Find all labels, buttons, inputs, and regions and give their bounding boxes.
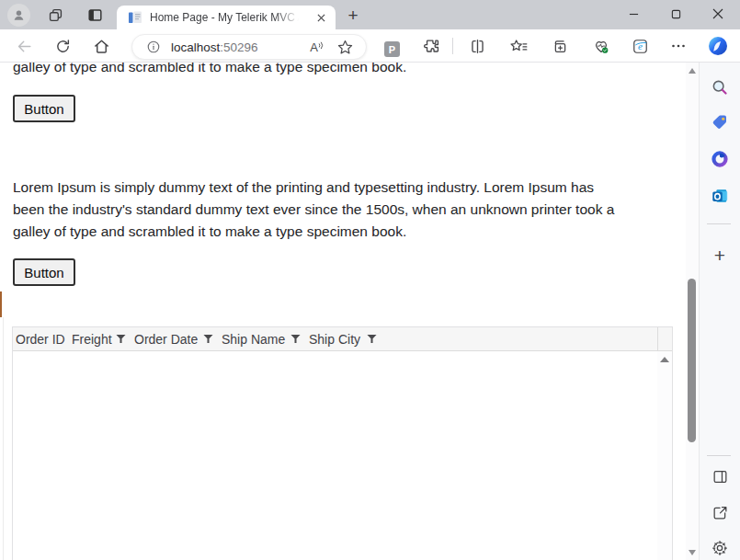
refresh-icon[interactable] [53,37,72,55]
container-left-border [3,317,4,560]
extension-badge-p[interactable]: P [384,41,400,57]
outlook-icon[interactable] [710,186,730,206]
window-minimize-button[interactable] [612,0,655,28]
column-header-order-id[interactable]: Order ID [13,327,69,350]
left-edge-marker [0,291,2,317]
tab-actions-icon[interactable] [85,6,104,24]
extensions-icon[interactable] [423,37,441,55]
window-maximize-button[interactable] [655,0,697,28]
paragraph-line: Lorem Ipsum is simply dummy text of the … [13,177,614,199]
favorites-icon[interactable] [509,37,528,55]
browser-essentials-icon[interactable] [592,37,610,55]
column-header-order-date[interactable]: Order Date [131,327,219,350]
scroll-up-icon[interactable] [689,68,696,74]
url-port: :50296 [220,40,257,54]
column-header-ship-name[interactable]: Ship Name [219,327,306,350]
sidebar-add-button[interactable]: + [710,246,730,266]
window-close-button[interactable] [697,0,739,28]
grid-vertical-scrollbar[interactable] [657,351,672,560]
person-icon [12,8,26,22]
new-tab-button[interactable]: + [342,5,364,27]
home-icon[interactable] [92,37,110,55]
scroll-down-icon[interactable] [689,550,696,555]
tab-strip: Home Page - My Telerik MVC Ap + [0,0,740,29]
filter-icon[interactable] [367,334,377,344]
edge-sidebar: + [699,63,740,560]
back-icon[interactable] [15,37,33,55]
site-info-icon[interactable] [146,40,161,54]
grid-header-scrollbar-spacer [657,327,672,350]
tab-close-icon[interactable] [313,9,329,26]
filter-icon[interactable] [116,334,126,344]
page-content: galley of type and scrambled it to make … [0,63,686,560]
toolbar-separator [452,38,453,54]
sidebar-divider [707,223,731,224]
url-host: localhost [171,40,220,54]
shopping-icon[interactable] [710,112,730,132]
open-external-icon[interactable] [710,502,730,522]
microsoft-365-icon[interactable] [710,149,730,169]
grid-scroll-up-icon[interactable] [660,357,669,362]
paragraph-line: been the industry's standard dummy text … [13,199,614,221]
clipped-paragraph-line: galley of type and scrambled it to make … [13,63,406,78]
grid-header-row: Order ID Freight Order Date Ship Name [13,327,672,351]
filter-icon[interactable] [203,334,213,344]
collections-icon[interactable] [551,37,569,55]
navigation-bar: localhost:50296 A P [0,29,740,63]
split-screen-icon[interactable] [468,37,486,55]
profile-avatar[interactable] [7,4,30,27]
button-bottom[interactable]: Button [13,258,75,286]
column-header-ship-city[interactable]: Ship City [306,327,382,350]
browser-window: Home Page - My Telerik MVC Ap + [0,0,740,560]
page-vertical-scrollbar[interactable] [686,63,699,560]
tab-title: Home Page - My Telerik MVC Ap [150,11,299,24]
copilot-icon[interactable] [707,35,729,57]
tab-favicon [128,10,142,25]
sidebar-divider [707,455,731,456]
read-aloud-icon[interactable]: A [310,40,324,54]
lorem-paragraph: Lorem Ipsum is simply dummy text of the … [13,177,614,243]
ie-mode-icon[interactable]: e [631,37,649,55]
settings-gear-icon[interactable] [710,538,730,558]
paragraph-line: galley of type and scrambled it to make … [13,221,614,243]
search-icon[interactable] [710,77,730,97]
sidebar-panel-icon[interactable] [710,466,730,486]
address-bar[interactable]: localhost:50296 A [131,34,367,60]
grid-body-empty [13,351,672,560]
more-menu-icon[interactable] [669,37,688,55]
orders-grid: Order ID Freight Order Date Ship Name [12,326,673,560]
workspaces-icon[interactable] [46,6,64,24]
browser-tab[interactable]: Home Page - My Telerik MVC Ap [117,6,336,29]
button-top[interactable]: Button [13,95,75,122]
column-header-freight[interactable]: Freight [69,327,131,350]
filter-icon[interactable] [290,334,301,344]
favorite-star-icon[interactable] [337,40,353,55]
scrollbar-thumb[interactable] [688,279,696,442]
